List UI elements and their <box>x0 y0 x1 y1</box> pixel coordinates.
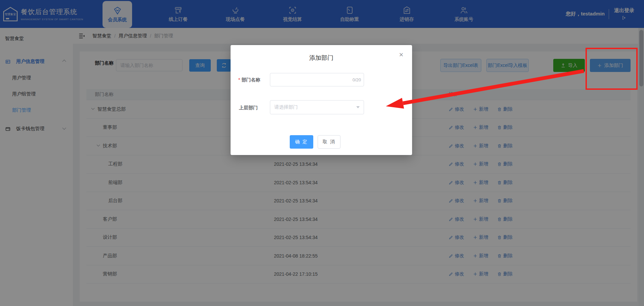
cancel-button[interactable]: 取 消 <box>318 135 340 149</box>
parent-field-label: 上层部门 <box>239 105 258 111</box>
name-field-label: *部门名称 <box>238 77 260 83</box>
select-placeholder: 请选择部门 <box>274 104 356 110</box>
add-department-dialog: 添加部门 × *部门名称 0/20 上层部门 请选择部门 确 定 取 消 <box>231 45 412 155</box>
parent-department-select[interactable]: 请选择部门 <box>270 100 364 114</box>
required-asterisk: * <box>238 77 240 82</box>
dialog-title: 添加部门 <box>231 54 412 62</box>
char-counter: 0/20 <box>346 77 361 82</box>
confirm-button[interactable]: 确 定 <box>290 135 313 149</box>
close-icon[interactable]: × <box>399 51 403 59</box>
caret-down-icon <box>356 106 360 108</box>
